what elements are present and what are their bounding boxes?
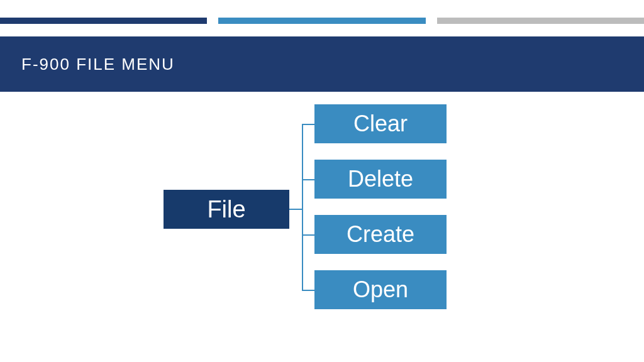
accent-seg-dark (0, 18, 207, 24)
connector-twig-0 (302, 124, 314, 125)
menu-item-open: Open (314, 270, 447, 309)
connector-twig-2 (302, 234, 314, 236)
menu-item-label: Clear (353, 111, 408, 137)
connector-trunk (289, 209, 302, 210)
accent-strip (0, 18, 644, 24)
connector-twig-3 (302, 290, 314, 291)
menu-item-clear: Clear (314, 104, 447, 143)
menu-item-label: Create (347, 221, 414, 248)
menu-parent-label: File (207, 196, 245, 223)
connector-twig-1 (302, 179, 314, 180)
menu-parent-file: File (164, 190, 289, 229)
file-menu-diagram: File Clear Delete Create Open (0, 92, 644, 356)
menu-item-label: Open (353, 277, 408, 303)
page-title: F-900 FILE MENU (21, 55, 175, 74)
accent-seg-light (437, 18, 644, 24)
title-band: F-900 FILE MENU (0, 36, 644, 92)
menu-item-delete: Delete (314, 160, 447, 199)
menu-item-create: Create (314, 215, 447, 254)
connector-spine (302, 124, 303, 290)
menu-item-label: Delete (348, 166, 413, 192)
accent-seg-mid (218, 18, 425, 24)
